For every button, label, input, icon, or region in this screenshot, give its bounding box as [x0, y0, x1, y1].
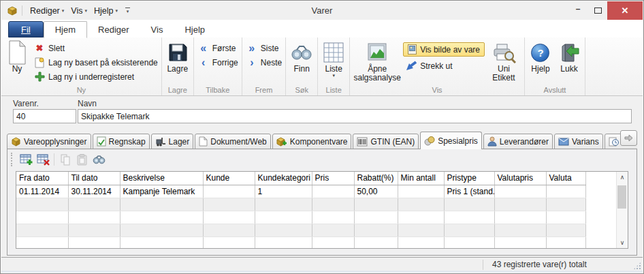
table-row[interactable]: 01.11.2014 30.11.2014 Kampanje Telemark …	[16, 185, 585, 198]
tab-hjem[interactable]: Hjem	[44, 21, 87, 38]
chevron-down-icon: ▾	[127, 9, 129, 14]
cell-kunde[interactable]	[203, 185, 255, 198]
tab-scroll-right-button[interactable]	[620, 130, 637, 146]
tab-regnskap[interactable]: Regnskap	[93, 134, 150, 149]
cell-valutapris[interactable]	[494, 185, 546, 198]
tab-varians-label: Varians	[572, 137, 599, 147]
neste-button[interactable]: › Neste	[244, 55, 284, 70]
close-button[interactable]: ✕	[607, 1, 643, 20]
ribbon-group-vis: Åpne salgsanalyse Vis bilde av vare Stre…	[350, 37, 525, 95]
empty-row[interactable]	[16, 237, 585, 249]
scroll-up-icon[interactable]: ∧	[620, 174, 625, 181]
lukk-button[interactable]: Lukk	[555, 39, 583, 74]
scrollbar-thumb[interactable]	[617, 185, 626, 209]
menu-rediger-label: Rediger	[30, 6, 60, 16]
last-arrow-icon: »	[246, 44, 258, 53]
col-header-fra-dato[interactable]: Fra dato	[16, 172, 68, 185]
liste-button[interactable]: Liste ▾	[319, 39, 348, 78]
overflow-bar-icon	[125, 7, 130, 8]
apne-salgsanalyse-button[interactable]: Åpne salgsanalyse	[351, 39, 403, 82]
cell-valuta[interactable]	[546, 185, 585, 198]
col-header-beskrivelse[interactable]: Beskrivelse	[120, 172, 203, 185]
maximize-button[interactable]	[588, 1, 607, 20]
cell-rabatt[interactable]: 50,00	[354, 185, 398, 198]
cell-fra-dato[interactable]: 01.11.2014	[16, 185, 68, 198]
cell-min-antall[interactable]	[398, 185, 444, 198]
vis-bilde-av-vare-toggle[interactable]: Vis bilde av vare	[403, 42, 485, 57]
col-header-min-antall[interactable]: Min antall	[398, 172, 444, 185]
strekk-ut-button[interactable]: Strekk ut	[403, 59, 485, 73]
siste-button[interactable]: » Siste	[244, 41, 284, 55]
empty-row[interactable]	[16, 224, 585, 237]
varenr-field[interactable]: 40	[13, 109, 76, 123]
titlebar-separator	[22, 5, 22, 16]
tab-vareopplysninger[interactable]: Vareopplysninger	[7, 134, 91, 149]
cell-pristype[interactable]: Pris 1 (stand...	[444, 185, 494, 198]
col-header-til-dato[interactable]: Til dato	[68, 172, 120, 185]
tab-gtin-ean[interactable]: GTIN (EAN)	[353, 134, 419, 149]
group-label-tilbake: Tilbake	[194, 84, 242, 95]
cell-kundekategori[interactable]: 1	[255, 185, 312, 198]
menu-hjelp[interactable]: Hjelp ▾	[91, 5, 120, 17]
search-rows-button[interactable]	[91, 152, 108, 168]
navn-field[interactable]: Skipakke Telemark	[78, 109, 632, 123]
lag-ny-underregister-button[interactable]: Lag ny i underregisteret	[31, 70, 160, 84]
col-header-valuta[interactable]: Valuta	[546, 172, 585, 185]
cell-beskrivelse[interactable]: Kampanje Telemark	[120, 185, 203, 198]
grid-add-icon	[20, 154, 33, 166]
tab-varians[interactable]: Varians	[554, 134, 603, 149]
tab-fil[interactable]: Fil	[8, 21, 44, 37]
tab-komponentvare[interactable]: Komponentvare	[272, 134, 352, 149]
quick-access-toolbar: Rediger ▾ Vis ▾ Hjelp ▾ ▾	[27, 5, 130, 17]
col-header-kunde[interactable]: Kunde	[203, 172, 255, 185]
forrige-button[interactable]: ‹ Forrige	[195, 55, 240, 70]
ribbon-group-lagre: Lagre Lagre	[162, 37, 194, 95]
chevron-down-icon: ▾	[84, 8, 87, 13]
lag-ny-basert-button[interactable]: Lag ny basert på eksisterende	[31, 55, 160, 70]
cell-pris[interactable]	[312, 185, 354, 198]
binoculars-icon	[291, 40, 312, 65]
slett-button[interactable]: ✖ Slett	[31, 41, 160, 55]
tab-lager[interactable]: Lager	[151, 134, 194, 149]
lagre-label: Lagre	[167, 65, 188, 74]
scroll-down-icon[interactable]: ∨	[620, 239, 625, 246]
vertical-scrollbar[interactable]: ∧ ∨	[616, 172, 628, 248]
toolbar-drag-handle[interactable]	[11, 153, 14, 166]
col-header-pris[interactable]: Pris	[312, 172, 354, 185]
forste-button[interactable]: « Første	[195, 41, 240, 55]
delete-row-button[interactable]	[35, 152, 52, 168]
col-header-kundekategori[interactable]: Kundekategori	[255, 172, 312, 185]
hjelp-button[interactable]: ? Hjelp	[526, 39, 555, 74]
paste-button[interactable]	[74, 152, 91, 168]
tab-leverandorer[interactable]: Leverandører	[483, 134, 553, 149]
finn-button[interactable]: Finn	[287, 39, 316, 74]
col-header-valutapris[interactable]: Valutapris	[494, 172, 546, 185]
hjelp-label: Hjelp	[531, 65, 549, 74]
forrige-label: Forrige	[212, 58, 238, 67]
tab-rediger[interactable]: Rediger	[87, 22, 140, 37]
col-header-rabatt[interactable]: Rabatt(%)	[354, 172, 398, 185]
tab-vis[interactable]: Vis	[140, 22, 174, 37]
neste-label: Neste	[261, 58, 282, 67]
ny-button[interactable]: Ny	[3, 39, 31, 74]
copy-button[interactable]	[57, 152, 74, 168]
minimize-button[interactable]: –	[568, 1, 588, 20]
menu-vis[interactable]: Vis ▾	[68, 5, 90, 17]
tab-dokument-web[interactable]: Dokument/Web	[195, 134, 270, 149]
col-header-pristype[interactable]: Pristype	[444, 172, 494, 185]
header-row: Fra dato Til dato Beskrivelse Kunde Kund…	[16, 172, 585, 185]
empty-row[interactable]	[16, 198, 585, 211]
resize-grip[interactable]	[633, 262, 641, 270]
forste-label: Første	[212, 44, 236, 53]
cell-til-dato[interactable]: 30.11.2014	[68, 185, 120, 198]
menu-rediger[interactable]: Rediger ▾	[27, 5, 67, 17]
empty-row[interactable]	[16, 211, 585, 224]
add-row-button[interactable]	[18, 152, 35, 168]
uni-etikett-button[interactable]: Uni Etikett	[485, 39, 523, 82]
tab-spesialpris[interactable]: Spesialpris	[420, 132, 482, 149]
tab-hjelp[interactable]: Hjelp	[174, 22, 216, 37]
siste-label: Siste	[261, 44, 279, 53]
lagre-button[interactable]: Lagre	[163, 39, 192, 74]
copy-icon	[60, 154, 71, 166]
toolbar-overflow-button[interactable]: ▾	[125, 7, 130, 14]
